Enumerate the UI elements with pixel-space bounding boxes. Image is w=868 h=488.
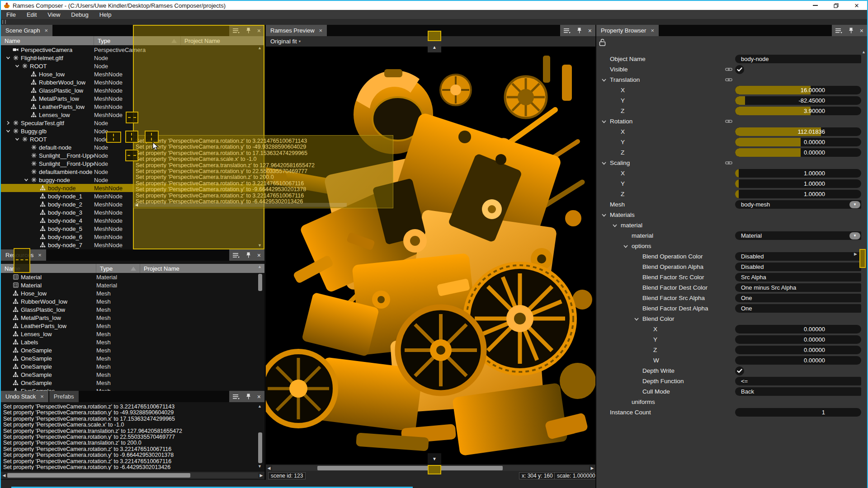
list-item[interactable]: Lenses_low Mesh bbox=[1, 330, 264, 338]
scrollbar-thumb[interactable] bbox=[317, 466, 503, 470]
scroll-up-icon[interactable]: ▲ bbox=[258, 265, 262, 269]
dock-menu-icon[interactable] bbox=[564, 28, 571, 33]
list-item[interactable]: OneSample Mesh bbox=[1, 362, 264, 371]
checkbox-checked[interactable] bbox=[735, 65, 744, 74]
menu-file[interactable]: File bbox=[1, 10, 21, 19]
tab-undo-stack[interactable]: Undo Stack× bbox=[1, 391, 48, 402]
value-slider[interactable]: 1.00000 bbox=[735, 190, 861, 198]
tab-close-icon[interactable]: × bbox=[319, 27, 323, 34]
chevron-down-icon[interactable] bbox=[601, 161, 607, 165]
option-dropdown[interactable]: One bbox=[735, 304, 861, 313]
scroll-up-icon[interactable]: ▲ bbox=[862, 50, 866, 54]
reference-dropdown[interactable]: Material ▼ bbox=[735, 231, 861, 240]
tab-ramses-preview[interactable]: Ramses Preview× bbox=[266, 25, 327, 36]
chevron-down-icon[interactable] bbox=[601, 213, 607, 217]
list-item[interactable]: FiveSamples Mesh bbox=[1, 387, 264, 391]
checkbox-checked[interactable] bbox=[735, 366, 744, 375]
dock-close-icon[interactable]: × bbox=[257, 393, 261, 400]
list-item[interactable]: OneSample Mesh bbox=[1, 371, 264, 379]
fit-mode-dropdown[interactable]: Original fit bbox=[270, 38, 297, 45]
tab-close-icon[interactable]: × bbox=[651, 27, 654, 34]
unlock-icon[interactable] bbox=[599, 38, 606, 48]
undo-log-entry[interactable]: Set property 'PerspectiveCamera.rotation… bbox=[1, 452, 256, 458]
pin-icon[interactable] bbox=[577, 28, 582, 33]
scroll-left-icon[interactable]: ◀ bbox=[1, 473, 7, 478]
dock-close-icon[interactable]: × bbox=[257, 252, 261, 259]
scrollbar-thumb[interactable] bbox=[258, 274, 262, 291]
value-slider[interactable]: 1 bbox=[735, 408, 861, 417]
tab-close-icon[interactable]: × bbox=[38, 252, 42, 258]
tab-prefabs[interactable]: Prefabs bbox=[49, 391, 79, 402]
title-bar[interactable]: Ramses Composer - (C:/Users/Uwe Kindler/… bbox=[1, 1, 867, 10]
column-header-type[interactable]: Type bbox=[96, 264, 140, 273]
text-input[interactable]: body-node bbox=[735, 55, 861, 63]
scroll-up-icon[interactable]: ▲ bbox=[258, 404, 262, 408]
column-header-project[interactable]: Project Name bbox=[140, 264, 264, 273]
dock-menu-icon[interactable] bbox=[835, 28, 842, 33]
chevron-down-icon[interactable] bbox=[6, 129, 10, 133]
value-slider[interactable]: 0.00000 bbox=[735, 335, 861, 344]
menu-debug[interactable]: Debug bbox=[66, 10, 94, 19]
undo-log-entry[interactable]: Set property 'PerspectiveCamera.rotation… bbox=[1, 434, 256, 440]
chevron-down-icon[interactable]: ▼ bbox=[849, 232, 860, 239]
undo-log-entry[interactable]: Set property 'PerspectiveCamera.translat… bbox=[1, 440, 256, 446]
link-icon[interactable] bbox=[725, 67, 732, 72]
scrollbar-thumb[interactable] bbox=[7, 473, 190, 478]
value-slider[interactable]: 1.00000 bbox=[735, 169, 861, 178]
tab-property-browser[interactable]: Property Browser× bbox=[596, 25, 659, 36]
value-slider[interactable]: 0.00000 bbox=[735, 356, 861, 365]
chevron-down-icon[interactable] bbox=[601, 78, 607, 82]
toolbar-grip[interactable] bbox=[2, 20, 6, 24]
pin-icon[interactable] bbox=[246, 252, 251, 258]
preview-vscroll-thumb-top[interactable] bbox=[428, 31, 441, 41]
list-item[interactable]: LeatherParts_low Mesh bbox=[1, 322, 264, 330]
column-header-name[interactable]: Name bbox=[1, 36, 94, 45]
dock-menu-icon[interactable] bbox=[233, 394, 240, 399]
undo-log-entry[interactable]: Set property 'PerspectiveCamera.rotation… bbox=[1, 404, 256, 409]
menu-help[interactable]: Help bbox=[94, 10, 117, 19]
undo-log-entry[interactable]: Set property 'PerspectiveCamera.rotation… bbox=[1, 416, 256, 422]
scroll-left-icon[interactable]: ◀ bbox=[266, 466, 272, 470]
chevron-down-icon[interactable] bbox=[634, 317, 639, 321]
list-item[interactable]: GlassPlastic_low Mesh bbox=[1, 305, 264, 314]
minimize-button[interactable] bbox=[805, 1, 826, 10]
scroll-down-icon[interactable]: ▼ bbox=[258, 465, 262, 469]
chevron-down-icon[interactable] bbox=[15, 64, 19, 68]
menu-edit[interactable]: Edit bbox=[21, 10, 42, 19]
value-slider[interactable]: 3.90000 bbox=[735, 107, 861, 115]
undo-log-entry[interactable]: Set property 'PerspectiveCamera.rotation… bbox=[1, 409, 256, 415]
list-item[interactable]: OneSample Mesh bbox=[1, 346, 264, 354]
dock-close-icon[interactable]: × bbox=[588, 27, 592, 34]
list-item[interactable]: OneSample Mesh bbox=[1, 379, 264, 387]
option-dropdown[interactable]: Src Alpha bbox=[735, 273, 861, 282]
list-item[interactable]: Hose_low Mesh bbox=[1, 289, 264, 297]
undo-log-entry[interactable]: Set property 'PerspectiveCamera.rotation… bbox=[1, 464, 256, 470]
option-dropdown[interactable]: Disabled bbox=[735, 252, 861, 261]
undo-log-entry[interactable]: Set property 'PerspectiveCamera.scale.x'… bbox=[1, 422, 256, 427]
pin-icon[interactable] bbox=[246, 394, 251, 399]
chevron-right-icon[interactable] bbox=[6, 121, 10, 125]
tab-scene-graph[interactable]: Scene Graph× bbox=[1, 25, 52, 36]
props-scrollbar-thumb[interactable] bbox=[859, 249, 866, 268]
chevron-down-icon[interactable] bbox=[24, 178, 28, 182]
close-button[interactable]: ✕ bbox=[846, 1, 867, 10]
preview-scroll-up-icon[interactable]: ▲ bbox=[428, 42, 441, 52]
link-icon[interactable] bbox=[725, 160, 732, 165]
option-dropdown[interactable]: Disabled bbox=[735, 263, 861, 271]
undo-log-entry[interactable]: Set property 'PerspectiveCamera.rotation… bbox=[1, 458, 256, 464]
option-dropdown[interactable]: Back bbox=[735, 387, 861, 396]
chevron-down-icon[interactable] bbox=[601, 119, 607, 124]
list-item[interactable]: OneSample Mesh bbox=[1, 354, 264, 362]
pin-icon[interactable] bbox=[849, 28, 854, 33]
list-item[interactable]: Labels Mesh bbox=[1, 338, 264, 346]
value-slider[interactable]: 0.00000 bbox=[735, 138, 861, 146]
value-slider[interactable]: 1.00000 bbox=[735, 179, 861, 188]
value-slider[interactable]: -82.45000 bbox=[735, 96, 861, 105]
list-item[interactable]: RubberWood_low Mesh bbox=[1, 297, 264, 305]
value-slider[interactable]: 0.00000 bbox=[735, 325, 861, 333]
undo-log-entry[interactable]: Set property 'PerspectiveCamera.translat… bbox=[1, 428, 256, 434]
option-dropdown[interactable]: <= bbox=[735, 377, 861, 385]
scroll-right-icon[interactable]: ▶ bbox=[854, 252, 857, 256]
menu-view[interactable]: View bbox=[42, 10, 66, 19]
value-slider[interactable]: 0.00000 bbox=[735, 346, 861, 354]
